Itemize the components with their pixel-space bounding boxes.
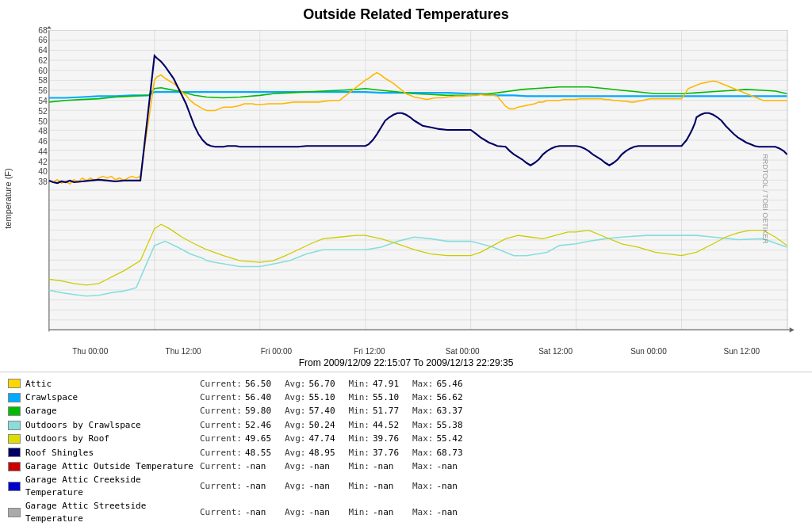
x-label-6: Sun 00:00 (602, 347, 695, 356)
legend-stats-7: Current: -nan Avg: -nan Min: -nan Max: -… (200, 480, 476, 492)
current-label: Current: (200, 433, 242, 444)
current-label: Current: (200, 391, 242, 403)
avg-value-0: 56.70 (308, 378, 348, 390)
svg-marker-42 (790, 327, 795, 332)
max-label: Max: (412, 506, 434, 518)
current-value-6: -nan (245, 460, 285, 472)
avg-value-2: 57.40 (308, 405, 348, 417)
min-value-5: 37.76 (373, 447, 412, 459)
legend-row-6: Garage Attic Outside Temperature Current… (8, 459, 804, 473)
current-value-7: -nan (245, 480, 285, 492)
watermark: RRDTOOL / TOBI OETIKER (761, 154, 769, 244)
avg-label: Avg: (285, 405, 306, 417)
min-label: Min: (348, 480, 370, 492)
legend-area: Attic Current: 56.50 Avg: 56.70 Min: 47.… (0, 372, 812, 530)
chart-area: temperature (F) (0, 26, 812, 372)
current-label: Current: (200, 480, 242, 492)
min-value-0: 47.91 (373, 378, 412, 390)
legend-stats-4: Current: 49.65 Avg: 47.74 Min: 39.76 Max… (200, 433, 476, 444)
avg-value-4: 47.74 (308, 433, 348, 444)
current-label: Current: (200, 460, 242, 472)
svg-text:56: 56 (38, 86, 48, 95)
svg-text:54: 54 (38, 96, 48, 105)
avg-label: Avg: (285, 391, 306, 403)
legend-stats-6: Current: -nan Avg: -nan Min: -nan Max: -… (200, 460, 476, 472)
legend-stats-1: Current: 56.40 Avg: 55.10 Min: 55.10 Max… (200, 391, 476, 403)
current-value-4: 49.65 (245, 433, 285, 444)
min-label: Min: (348, 460, 370, 472)
min-label: Min: (348, 391, 370, 403)
min-value-7: -nan (373, 480, 412, 492)
legend-name-0: Attic (25, 378, 200, 390)
current-label: Current: (200, 419, 242, 431)
legend-swatch-1 (8, 393, 21, 402)
y-axis-label: temperature (F) (0, 26, 16, 372)
max-value-2: 63.37 (436, 405, 476, 417)
min-label: Min: (348, 447, 370, 459)
legend-swatch-2 (8, 406, 21, 416)
chart-title: Outside Related Temperatures (0, 0, 812, 26)
max-label: Max: (412, 460, 434, 472)
x-label-4: Sat 00:00 (416, 347, 509, 356)
legend-row-0: Attic Current: 56.50 Avg: 56.70 Min: 47.… (8, 377, 804, 391)
avg-label: Avg: (285, 460, 306, 472)
avg-value-5: 48.95 (308, 447, 348, 459)
svg-text:50: 50 (38, 116, 48, 125)
min-value-2: 51.77 (373, 405, 412, 417)
legend-name-1: Crawlspace (25, 391, 200, 403)
legend-name-5: Roof Shingles (25, 447, 200, 459)
legend-name-3: Outdoors by Crawlspace (25, 419, 200, 431)
x-label-2: Fri 00:00 (230, 347, 323, 356)
svg-text:46: 46 (38, 136, 48, 146)
svg-text:52: 52 (38, 106, 48, 116)
current-label: Current: (200, 378, 242, 390)
legend-swatch-7 (8, 482, 21, 491)
max-label: Max: (412, 480, 434, 492)
avg-value-3: 50.24 (308, 419, 348, 431)
chart-wrapper: 68 66 64 62 60 58 56 54 52 50 48 46 44 4… (16, 26, 796, 347)
x-label-1: Thu 12:00 (136, 347, 229, 356)
svg-text:60: 60 (38, 66, 48, 75)
legend-row-5: Roof Shingles Current: 48.55 Avg: 48.95 … (8, 446, 804, 459)
max-value-0: 65.46 (436, 378, 476, 390)
svg-text:68: 68 (38, 26, 48, 35)
min-value-8: -nan (373, 506, 412, 518)
chart-and-xaxis: 68 66 64 62 60 58 56 54 52 50 48 46 44 4… (16, 26, 796, 372)
min-label: Min: (348, 405, 370, 417)
max-value-5: 68.73 (436, 447, 476, 459)
legend-stats-3: Current: 52.46 Avg: 50.24 Min: 44.52 Max… (200, 419, 476, 431)
avg-value-7: -nan (308, 480, 348, 492)
svg-text:42: 42 (38, 157, 48, 166)
legend-swatch-5 (8, 448, 21, 457)
svg-text:40: 40 (38, 166, 48, 176)
legend-row-2: Garage Current: 59.80 Avg: 57.40 Min: 51… (8, 404, 804, 418)
legend-swatch-8 (8, 508, 21, 517)
x-label-7: Sun 12:00 (695, 347, 788, 356)
legend-stats-0: Current: 56.50 Avg: 56.70 Min: 47.91 Max… (200, 378, 476, 390)
svg-text:48: 48 (38, 126, 48, 135)
avg-value-1: 55.10 (308, 391, 348, 403)
current-label: Current: (200, 447, 242, 459)
legend-row-8: Garage Attic Streetside Temperature Curr… (8, 499, 804, 525)
main-chart: 68 66 64 62 60 58 56 54 52 50 48 46 44 4… (16, 26, 796, 347)
min-label: Min: (348, 433, 370, 444)
avg-label: Avg: (285, 419, 306, 431)
avg-label: Avg: (285, 447, 306, 459)
page-container: Outside Related Temperatures temperature… (0, 0, 812, 530)
legend-row-3: Outdoors by Crawlspace Current: 52.46 Av… (8, 418, 804, 432)
min-value-6: -nan (373, 460, 412, 472)
max-label: Max: (412, 419, 434, 431)
max-value-6: -nan (436, 460, 476, 472)
legend-name-2: Garage (25, 405, 200, 417)
current-value-0: 56.50 (245, 378, 285, 390)
max-value-4: 55.42 (436, 433, 476, 444)
legend-stats-2: Current: 59.80 Avg: 57.40 Min: 51.77 Max… (200, 405, 476, 417)
max-value-1: 56.62 (436, 391, 476, 403)
svg-text:64: 64 (38, 45, 48, 55)
min-value-3: 44.52 (373, 419, 412, 431)
legend-swatch-4 (8, 434, 21, 444)
min-value-1: 55.10 (373, 391, 412, 403)
max-label: Max: (412, 433, 434, 444)
svg-text:38: 38 (38, 177, 48, 186)
legend-row-1: Crawlspace Current: 56.40 Avg: 55.10 Min… (8, 391, 804, 404)
